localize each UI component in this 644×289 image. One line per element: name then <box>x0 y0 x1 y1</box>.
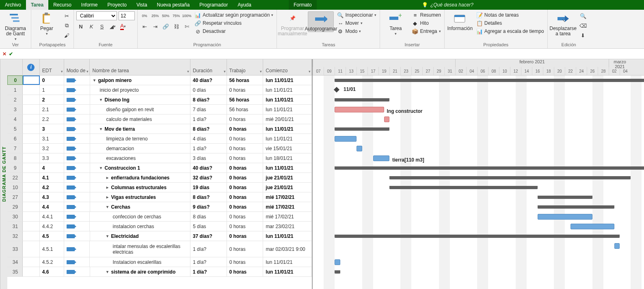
gantt-row[interactable]: Ing constructor <box>313 105 644 114</box>
insert-task-button[interactable]: + Tarea <box>383 11 408 36</box>
cell-work[interactable]: 56 horas <box>227 75 264 85</box>
cell-name[interactable]: calculo de materiales <box>90 114 190 124</box>
cell-start[interactable]: lun 11/01/21 <box>263 124 312 134</box>
gantt-bar[interactable] <box>335 127 389 131</box>
move-button[interactable]: ↔ Mover <box>336 19 377 27</box>
table-row[interactable]: 00▾galpon minero40 días?56 horaslun 11/0… <box>7 75 312 85</box>
cell-info[interactable] <box>23 134 40 143</box>
row-number[interactable]: 22 <box>7 173 23 182</box>
cell-start[interactable]: mié 17/02/21 <box>263 212 312 221</box>
cell-edt[interactable]: 3 <box>40 124 64 134</box>
fill-color-button[interactable]: ◢ <box>108 22 117 31</box>
cell-info[interactable] <box>23 183 40 192</box>
tab-vista[interactable]: Vista <box>132 0 152 10</box>
gantt-bar[interactable] <box>335 79 644 82</box>
table-row[interactable]: 274.3▸Vigas estructurales8 días?0 horasm… <box>7 192 312 202</box>
cell-duration[interactable]: 3 días <box>190 153 227 163</box>
tell-me-search[interactable]: ¿Qué desea hacer? <box>422 0 473 10</box>
header-start[interactable]: Comienzo▾ <box>263 59 312 75</box>
cell-edt[interactable]: 3.3 <box>40 153 64 163</box>
cell-mode[interactable] <box>64 241 90 257</box>
gantt-row[interactable] <box>313 267 644 277</box>
gantt-bar[interactable]: tierra[110 m3] <box>373 155 390 161</box>
cell-name[interactable]: ▾Construccion 1 <box>90 163 190 173</box>
gantt-row[interactable] <box>313 241 644 257</box>
outline-toggle[interactable]: ▾ <box>100 97 104 102</box>
cell-mode[interactable] <box>64 202 90 211</box>
gantt-bar[interactable] <box>538 196 592 199</box>
insert-deliverable-button[interactable]: 📦 Entrega <box>411 28 441 35</box>
row-number[interactable]: 30 <box>7 212 23 221</box>
row-number[interactable]: 7 <box>7 144 23 153</box>
gantt-row[interactable] <box>313 202 644 212</box>
cell-mode[interactable] <box>64 124 90 134</box>
paste-button[interactable]: Pegar <box>34 11 60 36</box>
cell-info[interactable] <box>23 202 40 211</box>
cell-work[interactable]: 56 horas <box>227 95 264 104</box>
gantt-bar[interactable] <box>389 186 538 189</box>
cell-work[interactable]: 0 horas <box>227 134 264 143</box>
header-name[interactable]: Nombre de tarea▾ <box>90 59 190 75</box>
cell-name[interactable]: Instalacion escalerillas <box>90 257 190 267</box>
cell-duration[interactable]: 40 días? <box>190 75 227 85</box>
cell-mode[interactable] <box>64 212 90 221</box>
gantt-bar[interactable] <box>538 214 592 220</box>
table-row[interactable]: 94▾Construccion 140 días?0 horaslun 11/0… <box>7 163 312 173</box>
cell-duration[interactable]: 32 días? <box>190 173 227 182</box>
cell-duration[interactable]: 8 días? <box>190 124 227 134</box>
gantt-bar[interactable] <box>335 259 340 265</box>
cell-edt[interactable]: 4.4 <box>40 202 64 211</box>
cell-duration[interactable]: 37 días? <box>190 231 227 241</box>
row-number[interactable]: 2 <box>7 95 23 104</box>
update-schedule-button[interactable]: 📊 Actualizar según programación <box>194 11 274 19</box>
cell-start[interactable]: vie 15/01/21 <box>263 144 312 153</box>
cell-edt[interactable]: 4.4.2 <box>40 222 64 231</box>
unlink-button[interactable]: ⛓ <box>172 22 181 31</box>
cell-edt[interactable]: 2 <box>40 95 64 104</box>
gantt-row[interactable] <box>313 212 644 222</box>
cell-info[interactable] <box>23 85 40 95</box>
cell-work[interactable]: 0 horas <box>227 222 264 231</box>
cancel-entry-button[interactable]: ✕ <box>2 51 6 57</box>
filter-icon[interactable]: ▾ <box>187 69 189 73</box>
row-number[interactable]: 1 <box>7 85 23 95</box>
cell-work[interactable]: 0 horas <box>227 173 264 182</box>
cell-edt[interactable]: 4.5.1 <box>40 241 64 257</box>
cell-work[interactable]: 0 horas <box>227 124 264 134</box>
information-button[interactable]: Información <box>447 11 473 31</box>
tab-recurso[interactable]: Recurso <box>48 0 76 10</box>
table-row[interactable]: 314.4.2instalacion cerchas5 días0 horasm… <box>7 222 312 231</box>
cell-duration[interactable]: 19 días <box>190 183 227 192</box>
filter-icon[interactable]: ▾ <box>224 69 226 73</box>
table-row[interactable]: 304.4.1confeccion de cerchas8 días0 hora… <box>7 212 312 222</box>
row-number[interactable]: 6 <box>7 134 23 143</box>
bold-button[interactable]: N <box>76 22 85 31</box>
table-row[interactable]: 11inicio del proyecto0 días0 horaslun 11… <box>7 85 312 95</box>
gantt-row[interactable] <box>313 222 644 231</box>
cell-name[interactable]: ▾Cerchas <box>90 202 190 211</box>
filter-icon[interactable]: ▾ <box>86 69 89 73</box>
cell-work[interactable]: 0 horas <box>227 212 264 221</box>
format-painter-button[interactable]: 🖌 <box>62 31 71 40</box>
row-number[interactable]: 3 <box>7 105 23 114</box>
cell-work[interactable]: 0 horas <box>227 257 264 267</box>
auto-schedule-button[interactable]: Autoprogramar <box>308 11 334 32</box>
pct-75-button[interactable]: 75% <box>172 11 181 20</box>
cell-start[interactable]: mié 17/02/21 <box>263 202 312 211</box>
gantt-row[interactable] <box>313 163 644 173</box>
filter-icon[interactable]: ▾ <box>61 69 63 73</box>
cell-work[interactable]: 0 horas <box>227 85 264 95</box>
cell-edt[interactable]: 4.5.2 <box>40 257 64 267</box>
cell-start[interactable]: lun 18/01/21 <box>263 153 312 163</box>
cell-start[interactable]: lun 11/01/21 <box>263 85 312 95</box>
header-duration[interactable]: Duración▾ <box>190 59 227 75</box>
gantt-bar[interactable] <box>538 205 614 209</box>
row-number[interactable]: 33 <box>7 241 23 257</box>
cell-work[interactable]: 0 horas <box>227 153 264 163</box>
outline-toggle[interactable]: ▸ <box>106 175 110 180</box>
gantt-row[interactable] <box>313 183 644 192</box>
cell-duration[interactable]: 40 días? <box>190 163 227 173</box>
clear-button[interactable]: ⌫ <box>579 21 588 30</box>
outline-toggle[interactable]: ▾ <box>106 205 110 209</box>
cell-duration[interactable]: 1 día? <box>190 257 227 267</box>
